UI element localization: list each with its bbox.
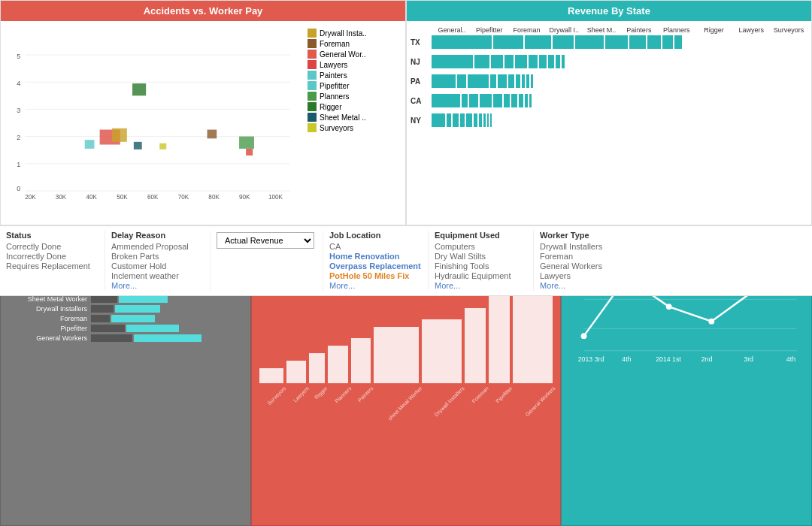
hbar-bar2-sheetmetal <box>119 295 168 303</box>
worker-lawyers[interactable]: Lawyers <box>540 271 633 280</box>
hbar-row-pipefitter: Pipefitter <box>8 325 243 332</box>
vbar-painters: Painters <box>351 338 371 391</box>
equip-finishing-tools[interactable]: Finishing Tools <box>435 261 527 271</box>
nj-bar-4 <box>504 55 514 68</box>
legend-label-rigger: Rigger <box>320 103 341 111</box>
vbar-foreman: Foreman <box>465 308 486 391</box>
ca-bar-3 <box>469 94 478 107</box>
state-row-ny: NY <box>411 113 807 127</box>
legend-item: Drywall Insta.. <box>308 29 398 38</box>
tx-bar-3 <box>525 35 551 49</box>
job-location-filter: Job Location CA Home Renovation Overpass… <box>323 231 429 291</box>
x-label-2014-1st: 2014 1st <box>656 355 681 363</box>
svg-rect-18 <box>85 140 95 149</box>
x-label-4th: 4th <box>622 355 631 363</box>
x-label-2013-3rd: 2013 3rd <box>577 355 604 363</box>
job-home-renovation[interactable]: Home Renovation <box>329 252 422 261</box>
nj-bar-9 <box>556 55 560 68</box>
delay-more[interactable]: More... <box>111 281 204 290</box>
legend-label-lawyers: Lawyers <box>320 61 347 69</box>
legend-label-sheetmetal: Sheet Metal .. <box>320 113 366 122</box>
nj-bar-5 <box>515 55 527 68</box>
delay-ammended[interactable]: Ammended Proposal <box>111 242 204 251</box>
vbar-bar-surveyors <box>259 368 283 383</box>
state-bars-ny <box>432 113 807 127</box>
scatter-chart-area: 5 4 3 2 1 0 20K 30K 40K <box>1 21 405 225</box>
vbar-label-painters: Painters <box>357 385 374 403</box>
legend-item: Surveyors <box>308 123 398 132</box>
nj-bar-3 <box>491 55 503 68</box>
worker-general[interactable]: General Workers <box>540 261 633 271</box>
state-bars-ca <box>432 94 807 107</box>
job-location-ca[interactable]: CA <box>329 242 422 251</box>
col-foreman: Foreman <box>508 26 546 34</box>
ny-bar-5 <box>466 113 472 127</box>
job-more[interactable]: More... <box>329 281 422 290</box>
status-incorrectly-done[interactable]: Incorrectly Done <box>6 252 98 261</box>
worker-drywall[interactable]: Drywall Installers <box>540 242 633 251</box>
delay-customer-hold[interactable]: Customer Hold <box>111 261 204 271</box>
legend-label-foreman: Foreman <box>320 40 350 48</box>
state-bars-pa <box>432 74 807 88</box>
x-label-3rd: 3rd <box>744 355 753 363</box>
job-overpass[interactable]: Overpass Replacement <box>329 261 422 271</box>
nj-bar-2 <box>474 55 489 68</box>
hbar-bar1-pipefitter <box>91 325 125 332</box>
tx-bar-1 <box>432 35 492 49</box>
delay-broken-parts[interactable]: Broken Parts <box>111 252 204 261</box>
col-lawyers: Lawyers <box>732 26 770 34</box>
hbar-bars-pipefitter <box>91 325 179 332</box>
state-label-ca: CA <box>411 97 432 105</box>
col-surveyors: Surveyors <box>770 26 807 34</box>
pa-bar-10 <box>531 74 533 88</box>
nj-bar-1 <box>432 55 473 68</box>
equip-computers[interactable]: Computers <box>435 242 527 251</box>
legend-color-painters <box>308 71 317 80</box>
legend-label-pipefitter: Pipefitter <box>320 82 349 90</box>
equip-drywall-stilts[interactable]: Dry Wall Stilts <box>435 252 527 261</box>
svg-rect-17 <box>112 128 127 142</box>
col-pipefitter: Pipefitter <box>471 26 508 34</box>
accidents-panel: Accidents vs. Worker Pay 5 4 3 2 1 0 <box>0 0 406 225</box>
status-correctly-done[interactable]: Correctly Done <box>6 242 98 251</box>
vbar-label-sheetmetal: sheet Metal Worker <box>387 385 423 422</box>
y-label-1: 1 <box>17 161 20 168</box>
vbar-label-drywall: Drywall Installers <box>434 385 465 417</box>
svg-rect-20 <box>159 144 166 150</box>
job-pothole[interactable]: PotHole 50 Miles Fix <box>329 271 422 280</box>
ny-bar-4 <box>460 113 465 127</box>
equip-more[interactable]: More... <box>435 281 527 290</box>
legend-color-sheetmetal <box>308 113 317 122</box>
status-filter: Status Correctly Done Incorrectly Done R… <box>0 231 105 291</box>
worker-foreman[interactable]: Foreman <box>540 252 633 261</box>
vbar-bar-pipefitter <box>489 293 510 383</box>
legend-item: Lawyers <box>308 60 398 69</box>
svg-text:80K: 80K <box>208 194 220 201</box>
pa-bar-5 <box>498 74 507 88</box>
svg-rect-23 <box>246 149 253 156</box>
legend-color-rigger <box>308 102 317 111</box>
legend-color-pipefitter <box>308 81 317 90</box>
svg-rect-21 <box>208 130 217 139</box>
vbar-bar-drywall <box>422 319 462 383</box>
ca-bar-5 <box>493 94 502 107</box>
equip-hydraulic[interactable]: Hydraulic Equipment <box>435 271 527 280</box>
y-label-0: 0 <box>17 185 20 192</box>
dropdown-filter-col: Actual Revenue Planned Revenue <box>211 231 323 291</box>
vbar-label-pipefitter: Pipefitter <box>495 385 513 404</box>
legend-label-surveyors: Surveyors <box>320 124 353 132</box>
pa-bar-7 <box>516 74 520 88</box>
hbar-bars-drywall <box>91 305 160 313</box>
hbar-bar1-foreman <box>91 315 110 322</box>
vbar-drywall: Drywall Installers <box>422 319 462 391</box>
status-requires-replacement[interactable]: Requires Replacement <box>6 261 98 271</box>
delay-inclement[interactable]: Inclement weather <box>111 271 204 280</box>
svg-rect-15 <box>132 83 146 95</box>
revenue-state-title: Revenue By State <box>407 1 811 21</box>
vbar-bar-sheetmetal <box>374 327 420 383</box>
worker-more[interactable]: More... <box>540 281 633 290</box>
svg-text:60K: 60K <box>147 194 159 201</box>
job-location-title: Job Location <box>329 231 422 240</box>
col-sheetmetal: Sheet M.. <box>583 26 620 34</box>
revenue-dropdown[interactable]: Actual Revenue Planned Revenue <box>217 232 314 249</box>
